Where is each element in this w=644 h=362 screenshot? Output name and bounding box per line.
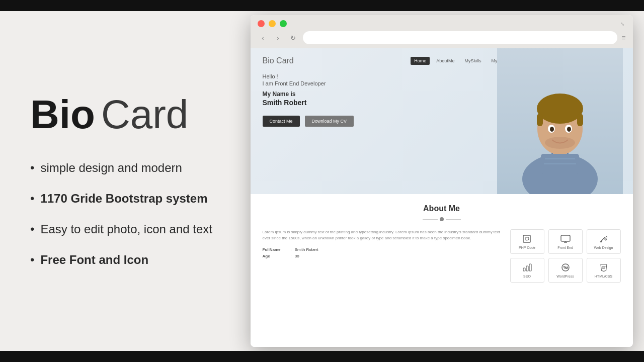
divider-line-right [446, 219, 461, 220]
about-text-col: Lorem Ipsum is simply dummy text of the … [263, 229, 502, 283]
hero-content: Hello ! I am Front End Developer My Name… [251, 73, 633, 127]
skill-label-seo: SEO [523, 275, 531, 278]
list-item: • 1170 Gride Bootstrap system [30, 191, 221, 206]
svg-rect-20 [523, 268, 525, 271]
browser-window: ⤡ ‹ › ↻ ≡ Bio Card [251, 15, 633, 347]
svg-rect-15 [561, 235, 570, 241]
info-label-name: FullName [263, 247, 288, 252]
skill-label-webdesign: Web Design [594, 246, 613, 249]
hero-hello: Hello ! [263, 73, 621, 79]
browser-nav-bar: ‹ › ↻ ≡ [258, 31, 626, 48]
site-logo-bio: Bio [263, 56, 274, 65]
svg-point-10 [545, 137, 575, 149]
info-row-age: Age : 30 [263, 254, 502, 258]
maximize-button[interactable] [280, 20, 287, 27]
about-section: About Me Lorem Ipsum is simply dummy tex… [251, 194, 633, 347]
right-panel: ⤡ ‹ › ↻ ≡ Bio Card [247, 0, 644, 362]
list-item: • Free Font and Icon [30, 252, 221, 267]
features-list: • simple design and modern • 1170 Gride … [30, 160, 221, 268]
webdesign-icon [598, 234, 610, 244]
hero-buttons: Contact Me Download My CV [263, 116, 621, 127]
about-divider [263, 217, 621, 221]
bullet-1: • [30, 160, 34, 175]
hero-section: Bio Card Home AboutMe MySkills MyPortfol… [251, 48, 633, 194]
left-panel: BioCard • simple design and modern • 117… [0, 0, 247, 362]
skill-card-frontend: Front End [548, 229, 583, 254]
svg-line-18 [606, 236, 607, 237]
about-title: About Me [263, 204, 621, 213]
feature-text-3: Easy to edit photo, icon and text [40, 221, 212, 237]
skill-label-wordpress: WordPress [556, 275, 574, 278]
info-row-fullname: FullName : Smith Robert [263, 247, 502, 252]
divider-line-left [423, 219, 438, 220]
menu-icon[interactable]: ≡ [621, 34, 625, 42]
feature-text-2: 1170 Gride Bootstrap system [40, 191, 207, 206]
back-button[interactable]: ‹ [258, 32, 269, 43]
html-icon [598, 262, 610, 273]
seo-icon [521, 262, 533, 273]
svg-text:W: W [564, 265, 568, 270]
title-block: BioCard [30, 95, 221, 135]
browser-title-bar: ⤡ [258, 20, 626, 27]
expand-icon: ⤡ [619, 20, 626, 27]
minimize-button[interactable] [269, 20, 276, 27]
skill-card-php: PHP Code [510, 229, 544, 254]
frontend-icon [559, 234, 572, 244]
info-value-name: Smith Robert [295, 247, 318, 252]
svg-rect-19 [600, 241, 602, 242]
wordpress-icon: W [559, 262, 572, 273]
hero-subtitle: I am Front End Developer [263, 80, 621, 86]
bullet-3: • [30, 221, 34, 237]
info-label-age: Age [263, 254, 288, 258]
bullet-4: • [30, 252, 34, 267]
website-content: Bio Card Home AboutMe MySkills MyPortfol… [251, 48, 633, 347]
about-body: Lorem Ipsum is simply dummy text of the … [263, 229, 621, 283]
skill-label-html: HTML/CSS [595, 275, 612, 278]
title-card: Card [101, 92, 188, 137]
svg-rect-22 [529, 264, 531, 271]
skill-card-html: HTML/CSS [587, 258, 621, 283]
nav-aboutme[interactable]: AboutMe [433, 57, 458, 65]
info-value-age: 30 [295, 254, 299, 258]
about-text: Lorem Ipsum is simply dummy text of the … [263, 229, 502, 241]
feature-text-1: simple design and modern [40, 160, 182, 175]
info-sep-1: : [291, 247, 292, 252]
skills-grid: PHP Code Front End [510, 229, 621, 283]
svg-rect-21 [526, 266, 528, 271]
php-icon [521, 234, 533, 244]
main-container: BioCard • simple design and modern • 117… [0, 0, 644, 362]
divider-dot [440, 217, 444, 221]
skill-label-frontend: Front End [557, 246, 573, 249]
svg-point-8 [550, 127, 554, 132]
nav-home[interactable]: Home [411, 57, 430, 65]
browser-chrome: ⤡ ‹ › ↻ ≡ [251, 15, 633, 48]
site-logo-card: Card [276, 56, 294, 65]
info-sep-2: : [291, 254, 292, 258]
skill-card-webdesign: Web Design [587, 229, 621, 254]
download-cv-button[interactable]: Download My CV [305, 116, 354, 127]
close-button[interactable] [258, 20, 265, 27]
skill-card-wordpress: W WordPress [548, 258, 583, 283]
refresh-button[interactable]: ↻ [288, 32, 299, 43]
hero-name-label: My Name is [263, 90, 621, 98]
svg-point-9 [567, 127, 571, 132]
list-item: • simple design and modern [30, 160, 221, 175]
site-logo: Bio Card [263, 56, 294, 65]
nav-myskills[interactable]: MySkills [461, 57, 485, 65]
skill-card-seo: SEO [510, 258, 544, 283]
skill-label-php: PHP Code [519, 246, 535, 249]
feature-text-4: Free Font and Icon [40, 252, 148, 267]
hero-name: Smith Robert [263, 99, 621, 107]
list-item: • Easy to edit photo, icon and text [30, 221, 221, 237]
forward-button[interactable]: › [273, 32, 284, 43]
address-bar[interactable] [303, 31, 618, 44]
title-bio: Bio [30, 92, 95, 137]
contact-button[interactable]: Contact Me [263, 116, 300, 127]
bullet-2: • [30, 191, 34, 206]
svg-rect-14 [523, 235, 530, 242]
